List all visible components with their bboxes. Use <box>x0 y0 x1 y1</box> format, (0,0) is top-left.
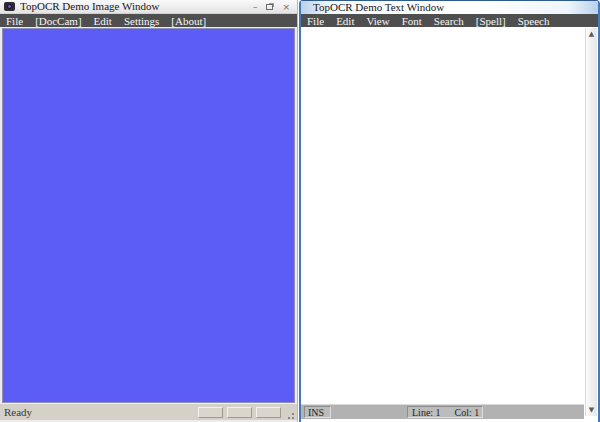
vertical-scrollbar[interactable]: ▲ ▼ <box>585 28 597 416</box>
scroll-down-icon[interactable]: ▼ <box>586 404 597 416</box>
text-window-menubar: File Edit View Font Search [Spell] Speec… <box>301 14 598 27</box>
line-col-indicator: Line: 1 Col: 1 <box>407 406 483 418</box>
status-pane-1 <box>198 407 223 418</box>
insert-mode-indicator: INS <box>304 406 331 418</box>
status-ready-text: Ready <box>4 406 32 418</box>
resize-grip[interactable] <box>292 413 294 415</box>
restore-icon[interactable] <box>266 4 273 10</box>
menu-about[interactable]: [About] <box>165 15 212 27</box>
image-canvas[interactable] <box>2 28 295 403</box>
col-indicator: Col: 1 <box>455 407 480 417</box>
menu-view[interactable]: View <box>360 15 395 27</box>
text-window-title: TopOCR Demo Text Window <box>313 1 444 14</box>
text-window-statusbar: INS Line: 1 Col: 1 <box>301 404 584 419</box>
close-icon[interactable]: × <box>282 2 290 12</box>
menu-settings[interactable]: Settings <box>118 15 165 27</box>
camera-lens-icon <box>7 4 12 9</box>
image-window-title: TopOCR Demo Image Window <box>20 0 159 13</box>
text-editor-area[interactable] <box>301 28 584 403</box>
menu-edit[interactable]: Edit <box>330 15 360 27</box>
menu-spell[interactable]: [Spell] <box>470 15 512 27</box>
menu-font[interactable]: Font <box>396 15 428 27</box>
menu-edit[interactable]: Edit <box>88 15 118 27</box>
menu-search[interactable]: Search <box>428 15 470 27</box>
line-indicator: Line: 1 <box>412 407 441 417</box>
image-window: TopOCR Demo Image Window – × File [DocCa… <box>0 0 298 422</box>
image-window-titlebar[interactable]: TopOCR Demo Image Window – × <box>0 0 297 14</box>
menu-file[interactable]: File <box>304 15 330 27</box>
text-window-titlebar[interactable]: TopOCR Demo Text Window <box>301 1 598 14</box>
menu-speech[interactable]: Speech <box>512 15 556 27</box>
image-window-menubar: File [DocCam] Edit Settings [About] <box>0 14 297 27</box>
menu-file[interactable]: File <box>3 15 29 27</box>
status-pane-3 <box>256 407 281 418</box>
camera-icon <box>4 2 15 11</box>
menu-doccam[interactable]: [DocCam] <box>29 15 87 27</box>
status-pane-2 <box>227 407 252 418</box>
image-window-statusbar: Ready <box>0 403 297 420</box>
scroll-up-icon[interactable]: ▲ <box>586 28 597 40</box>
minimize-icon[interactable]: – <box>253 2 258 12</box>
window-controls: – × <box>253 2 293 12</box>
text-window: TopOCR Demo Text Window File Edit View F… <box>299 0 600 422</box>
status-panes <box>198 407 281 418</box>
